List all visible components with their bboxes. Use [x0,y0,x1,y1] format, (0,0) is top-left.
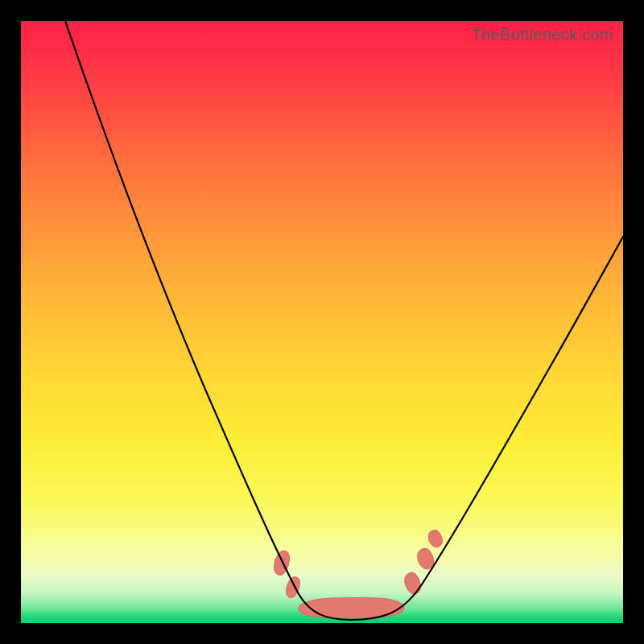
chart-area: TheBottleneck.com [21,21,623,623]
curve-right-branch [351,237,623,620]
curve-blob [299,598,404,619]
curve-blob [418,548,434,569]
bottleneck-curve [21,21,623,623]
curve-blob-group [275,530,443,618]
curve-blob [286,576,299,597]
curve-blob [428,530,442,547]
curve-left-branch [65,21,351,620]
